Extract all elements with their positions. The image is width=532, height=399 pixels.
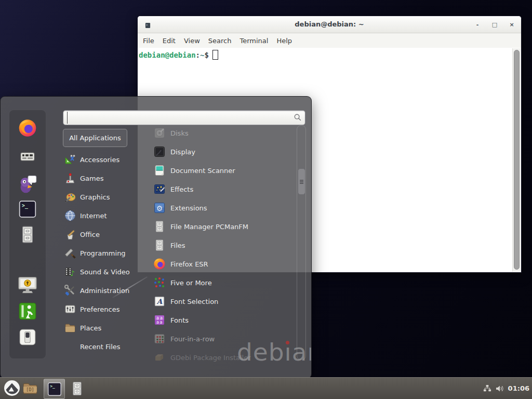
category-sound-video[interactable]: ♪ Sound & Video bbox=[64, 262, 138, 281]
prompt-user-host: debian@debian bbox=[139, 51, 196, 59]
search-input[interactable] bbox=[67, 112, 292, 124]
category-administration[interactable]: Administration bbox=[64, 281, 138, 300]
terminal-favorite-icon[interactable]: >_ bbox=[19, 200, 37, 218]
app-font-selection[interactable]: A Font Selection bbox=[153, 292, 294, 311]
administration-icon bbox=[64, 284, 76, 297]
places-folder-icon bbox=[64, 322, 76, 334]
display-icon bbox=[153, 145, 166, 158]
svg-text:>_: >_ bbox=[22, 203, 28, 209]
file-cabinet-favorite-icon[interactable] bbox=[19, 225, 36, 244]
app-files[interactable]: Files bbox=[153, 236, 294, 255]
menu-help[interactable]: Help bbox=[276, 37, 292, 45]
category-recent-files[interactable]: Recent Files bbox=[64, 337, 138, 356]
scrollbar-grip bbox=[300, 180, 303, 184]
taskbar: [D] >_ 01:06 bbox=[0, 377, 532, 399]
logout-icon[interactable] bbox=[18, 301, 37, 321]
disks-icon bbox=[153, 127, 166, 139]
menu-edit[interactable]: Edit bbox=[163, 37, 176, 45]
svg-text:[D]: [D] bbox=[26, 387, 34, 392]
category-internet[interactable]: Internet bbox=[64, 206, 138, 225]
recent-files-spacer bbox=[64, 340, 76, 353]
office-icon bbox=[64, 228, 76, 241]
network-icon[interactable] bbox=[483, 384, 491, 393]
svg-text:>_: >_ bbox=[50, 384, 55, 389]
close-button[interactable]: × bbox=[509, 22, 515, 28]
minimize-button[interactable]: - bbox=[474, 22, 481, 28]
font-selection-icon: A bbox=[153, 295, 166, 308]
category-list: Accessories Games Graphics Internet Offi… bbox=[64, 150, 138, 356]
svg-text:♪: ♪ bbox=[70, 269, 75, 277]
menu-search-box bbox=[63, 110, 305, 125]
clock[interactable]: 01:06 bbox=[508, 384, 529, 392]
pidgin-icon[interactable] bbox=[17, 172, 38, 194]
shutdown-icon[interactable] bbox=[18, 327, 37, 347]
programming-icon bbox=[64, 247, 76, 259]
terminal-scrollbar-thumb[interactable] bbox=[514, 50, 520, 270]
five-or-more-icon bbox=[153, 276, 166, 289]
category-preferences[interactable]: Preferences bbox=[64, 300, 138, 318]
svg-text:⚙: ⚙ bbox=[156, 204, 163, 212]
effects-icon bbox=[153, 183, 166, 195]
favorites-sidebar: >_ bbox=[9, 110, 46, 359]
accessories-icon bbox=[64, 153, 76, 166]
menu-terminal[interactable]: Terminal bbox=[240, 37, 268, 45]
four-in-a-row-icon bbox=[153, 332, 166, 345]
menu-scrollbar-thumb[interactable] bbox=[298, 168, 305, 195]
files-taskbar-launcher[interactable] bbox=[70, 381, 84, 396]
app-effects[interactable]: Effects bbox=[153, 180, 294, 198]
volume-icon[interactable] bbox=[495, 384, 504, 393]
terminal-taskbar-button-active[interactable]: >_ bbox=[44, 379, 65, 399]
terminal-cursor bbox=[212, 50, 218, 60]
svg-text:a: a bbox=[160, 320, 163, 325]
keyboard-app-icon[interactable] bbox=[19, 148, 36, 165]
menu-launcher-button[interactable] bbox=[4, 380, 20, 396]
app-display[interactable]: Display bbox=[153, 142, 294, 161]
shell-prompt: debian@debian:~$ bbox=[138, 48, 521, 60]
desktop-folder-launcher[interactable]: [D] bbox=[22, 381, 38, 396]
app-fonts[interactable]: aaaa Fonts bbox=[153, 311, 294, 329]
gdebi-package-icon bbox=[153, 351, 166, 364]
app-five-or-more[interactable]: Five or More bbox=[153, 273, 294, 292]
menu-file[interactable]: File bbox=[143, 37, 154, 45]
app-document-scanner[interactable]: Document Scanner bbox=[153, 161, 294, 180]
games-icon bbox=[64, 172, 76, 184]
app-extensions[interactable]: ⚙ Extensions bbox=[153, 198, 294, 217]
category-places[interactable]: Places bbox=[64, 318, 138, 337]
app-gdebi-package-installer[interactable]: GDebi Package Installer bbox=[153, 348, 294, 367]
category-accessories[interactable]: Accessories bbox=[64, 150, 138, 169]
app-firefox-esr[interactable]: Firefox ESR bbox=[153, 255, 294, 273]
category-office[interactable]: Office bbox=[64, 225, 138, 244]
application-menu: debıan >_ bbox=[0, 96, 312, 379]
app-four-in-a-row[interactable]: Four-in-a-row bbox=[153, 329, 294, 348]
firefox-favorite-icon[interactable] bbox=[18, 118, 37, 138]
menu-search[interactable]: Search bbox=[208, 37, 232, 45]
window-controls: - □ × bbox=[474, 16, 515, 33]
file-cabinet-icon bbox=[153, 220, 166, 233]
menu-scrollbar-track[interactable] bbox=[297, 125, 306, 360]
file-cabinet-icon bbox=[153, 239, 166, 251]
application-list: Disks Display Document Scanner Effects ⚙… bbox=[153, 124, 294, 367]
category-games[interactable]: Games bbox=[64, 169, 138, 188]
preferences-icon bbox=[64, 303, 76, 315]
svg-text:a: a bbox=[156, 320, 159, 325]
document-scanner-icon bbox=[153, 164, 166, 177]
search-icon bbox=[294, 113, 302, 124]
sound-video-icon: ♪ bbox=[64, 265, 76, 278]
lock-screen-icon[interactable] bbox=[17, 275, 38, 295]
terminal-menubar: File Edit View Search Terminal Help bbox=[138, 33, 521, 48]
all-applications-button[interactable]: All Applications bbox=[63, 129, 127, 147]
category-programming[interactable]: Programming bbox=[64, 244, 138, 262]
fonts-icon: aaaa bbox=[153, 314, 166, 326]
category-graphics[interactable]: Graphics bbox=[64, 188, 138, 206]
svg-text:A: A bbox=[156, 297, 163, 305]
app-file-manager-pcmanfm[interactable]: File Manager PCManFM bbox=[153, 217, 294, 236]
maximize-button[interactable]: □ bbox=[491, 22, 498, 28]
app-disks[interactable]: Disks bbox=[153, 124, 294, 142]
menu-view[interactable]: View bbox=[184, 37, 200, 45]
window-title: debian@debian: ~ bbox=[138, 20, 521, 28]
graphics-icon bbox=[64, 191, 76, 203]
terminal-scrollbar[interactable] bbox=[512, 48, 521, 272]
firefox-icon bbox=[153, 258, 166, 270]
system-tray: 01:06 bbox=[483, 378, 529, 399]
terminal-titlebar[interactable]: debian@debian: ~ - □ × bbox=[138, 16, 521, 33]
